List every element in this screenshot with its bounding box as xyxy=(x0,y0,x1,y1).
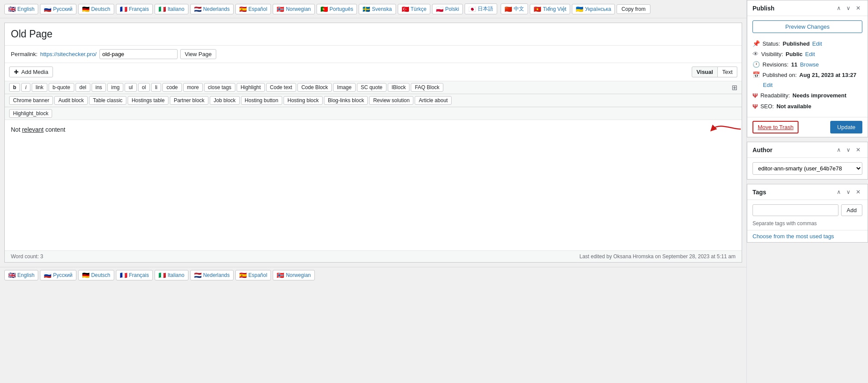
lang-ukrainian[interactable]: 🇺🇦Українська xyxy=(572,4,615,14)
btn-job-block[interactable]: Job block xyxy=(210,96,240,105)
tab-visual[interactable]: Visual xyxy=(692,67,718,77)
readability-label: Readability: xyxy=(760,92,790,99)
lang-polish[interactable]: 🇵🇱Polski xyxy=(432,4,463,14)
tags-box: Tags ∧ ∨ ✕ Add Separate tags with commas… xyxy=(747,184,868,243)
readability-value: Needs improvement xyxy=(792,92,846,99)
lang-italian[interactable]: 🇮🇹Italiano xyxy=(155,4,188,14)
btn-code-text[interactable]: Code text xyxy=(266,83,296,92)
author-collapse-down[interactable]: ∨ xyxy=(845,146,852,154)
publish-actions-wrapper: Move to Trash Update xyxy=(747,117,868,137)
preview-changes-button[interactable]: Preview Changes xyxy=(752,20,862,33)
status-edit-link[interactable]: Edit xyxy=(812,40,822,47)
btn-iblock[interactable]: IBlock xyxy=(388,83,410,92)
bottom-lang-italian[interactable]: 🇮🇹Italiano xyxy=(155,270,188,280)
lang-german[interactable]: 🇩🇪Deutsch xyxy=(78,4,114,14)
btn-hostings-table[interactable]: Hostings table xyxy=(128,96,168,105)
copy-from-button[interactable]: Copy from xyxy=(617,4,650,14)
lang-spanish[interactable]: 🇪🇸Español xyxy=(235,4,271,14)
btn-img[interactable]: img xyxy=(107,83,123,92)
lang-french[interactable]: 🇫🇷Français xyxy=(116,4,153,14)
lang-portuguese[interactable]: 🇵🇹Português xyxy=(317,4,357,14)
author-box-header: Author ∧ ∨ ✕ xyxy=(747,142,868,158)
btn-link[interactable]: link xyxy=(32,83,47,92)
bottom-lang-english[interactable]: 🇬🇧English xyxy=(4,270,38,280)
bottom-lang-norwegian[interactable]: 🇳🇴Norwegian xyxy=(273,270,314,280)
btn-blog-links-block[interactable]: Blog-links block xyxy=(324,96,368,105)
visibility-edit-link[interactable]: Edit xyxy=(805,51,815,57)
btn-ol[interactable]: ol xyxy=(138,83,150,92)
bottom-lang-russian[interactable]: 🇷🇺Русский xyxy=(40,270,76,280)
btn-ul[interactable]: ul xyxy=(125,83,136,92)
add-tag-button[interactable]: Add xyxy=(841,204,862,216)
tags-close[interactable]: ✕ xyxy=(854,188,862,196)
btn-close-tags[interactable]: close tags xyxy=(204,83,235,92)
page-title-input[interactable] xyxy=(5,23,742,46)
btn-li[interactable]: li xyxy=(151,83,161,92)
editor-toolbar-row1: b i link b-quote del ins img ul ol li co… xyxy=(5,81,742,94)
publish-actions: Move to Trash Update xyxy=(747,117,868,137)
bottom-lang-french[interactable]: 🇫🇷Français xyxy=(116,270,153,280)
tags-collapse-up[interactable]: ∧ xyxy=(835,188,843,196)
add-media-button[interactable]: ✚ Add Media xyxy=(9,67,53,77)
btn-partner-block[interactable]: Partner block xyxy=(170,96,208,105)
author-collapse-up[interactable]: ∧ xyxy=(835,146,843,154)
publish-box: Publish ∧ ∨ ✕ Preview Changes 📌 Status: … xyxy=(747,0,868,137)
publish-collapse-down[interactable]: ∨ xyxy=(845,4,852,12)
btn-review-solution[interactable]: Review solution xyxy=(369,96,413,105)
bottom-lang-dutch[interactable]: 🇳🇱Nederlands xyxy=(190,270,234,280)
permalink-base-url[interactable]: https://sitechecker.pro/ xyxy=(40,51,96,57)
btn-del[interactable]: del xyxy=(76,83,90,92)
published-value: Aug 21, 2023 at 13:27 xyxy=(799,72,857,78)
btn-table-classic[interactable]: Table classic xyxy=(89,96,126,105)
content-editor[interactable]: Not relevant content xyxy=(5,120,742,250)
visibility-row: 👁 Visibility: Public Edit xyxy=(752,50,862,57)
lang-turkish[interactable]: 🇹🇷Türkçe xyxy=(398,4,431,14)
publish-close[interactable]: ✕ xyxy=(854,4,862,12)
btn-article-about[interactable]: Article about xyxy=(415,96,452,105)
btn-bold[interactable]: b xyxy=(9,83,20,92)
author-select[interactable]: editor-ann-smarty (user_64b7e78 xyxy=(752,162,862,175)
view-page-button[interactable]: View Page xyxy=(180,49,217,59)
lang-russian[interactable]: 🇷🇺Русский xyxy=(40,4,76,14)
lang-vietnamese[interactable]: 🇻🇳Tiếng Việt xyxy=(530,4,570,14)
btn-highlight[interactable]: Highlight xyxy=(237,83,265,92)
btn-code-block[interactable]: Code Block xyxy=(297,83,332,92)
btn-hosting-button[interactable]: Hosting button xyxy=(241,96,282,105)
publish-collapse-up[interactable]: ∧ xyxy=(835,4,843,12)
lang-dutch[interactable]: 🇳🇱Nederlands xyxy=(190,4,234,14)
btn-italic[interactable]: i xyxy=(21,83,30,92)
lang-japanese[interactable]: 🇯🇵日本語 xyxy=(465,3,497,14)
tab-text[interactable]: Text xyxy=(718,67,737,77)
bottom-lang-spanish[interactable]: 🇪🇸Español xyxy=(235,270,271,280)
toolbar-expand-icon[interactable]: ⊞ xyxy=(732,83,737,92)
btn-chrome-banner[interactable]: Chrome banner xyxy=(9,96,53,105)
status-icon: 📌 xyxy=(752,40,760,47)
lang-chinese[interactable]: 🇨🇳中文 xyxy=(501,3,528,14)
revisions-browse-link[interactable]: Browse xyxy=(800,61,818,68)
btn-image[interactable]: Image xyxy=(333,83,355,92)
last-edited: Last edited by Oksana Hromska on Septemb… xyxy=(579,253,736,260)
btn-faq-block[interactable]: FAQ Block xyxy=(411,83,443,92)
lang-norwegian[interactable]: 🇳🇴Norwegian xyxy=(273,4,314,14)
published-edit-row: Edit xyxy=(763,82,862,88)
tags-collapse-down[interactable]: ∨ xyxy=(845,188,852,196)
permalink-slug-input[interactable] xyxy=(99,49,178,59)
bottom-lang-german[interactable]: 🇩🇪Deutsch xyxy=(78,270,114,280)
tags-box-controls: ∧ ∨ ✕ xyxy=(835,188,862,196)
move-to-trash-button[interactable]: Move to Trash xyxy=(752,121,799,133)
btn-bquote[interactable]: b-quote xyxy=(49,83,74,92)
btn-audit-block[interactable]: Audit block xyxy=(54,96,88,105)
btn-code[interactable]: code xyxy=(162,83,182,92)
update-button[interactable]: Update xyxy=(830,121,862,133)
btn-ins[interactable]: ins xyxy=(92,83,106,92)
btn-hosting-block[interactable]: Hosting block xyxy=(284,96,323,105)
lang-swedish[interactable]: 🇸🇪Svenska xyxy=(359,4,396,14)
published-edit-link[interactable]: Edit xyxy=(763,82,772,88)
lang-english[interactable]: 🇬🇧English xyxy=(4,4,38,14)
choose-tags-link[interactable]: Choose from the most used tags xyxy=(747,230,868,242)
btn-more[interactable]: more xyxy=(183,83,203,92)
tags-input[interactable] xyxy=(752,204,838,216)
btn-highlight-block[interactable]: Highlight_block xyxy=(9,109,52,118)
author-close[interactable]: ✕ xyxy=(854,146,862,154)
btn-sc-quote[interactable]: SC quote xyxy=(357,83,386,92)
